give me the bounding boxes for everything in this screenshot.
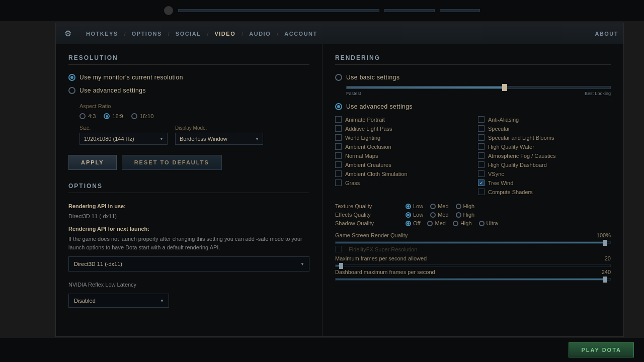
cb-atmospheric-fog-box[interactable] [478, 152, 485, 159]
cb-ambient-cloth-box[interactable] [335, 170, 342, 177]
resolution-label-1: Use my monitor's current resolution [79, 74, 183, 81]
cb-specular-light-blooms[interactable]: Specular and Light Blooms [478, 134, 611, 141]
effects-med[interactable]: Med [430, 212, 448, 218]
shadow-med-radio[interactable] [427, 221, 433, 226]
cb-grass[interactable]: Grass [335, 179, 468, 186]
resolution-radio-1[interactable] [68, 74, 75, 81]
shadow-ultra-radio[interactable] [479, 221, 485, 226]
cb-specular-light-blooms-box[interactable] [478, 134, 485, 141]
max-frames-slider-track[interactable] [335, 264, 611, 267]
basic-slider-track[interactable] [346, 86, 611, 89]
basic-slider-handle[interactable] [502, 84, 507, 91]
cb-high-quality-dashboard[interactable]: High Quality Dashboard [478, 161, 611, 168]
texture-low-radio[interactable] [406, 204, 411, 209]
play-button[interactable]: PLAY DOTA [569, 342, 634, 357]
size-group: Size: 1920x1080 (144 Hz) [79, 125, 168, 145]
cb-animate-portrait[interactable]: Animate Portrait [335, 116, 468, 123]
cb-world-lighting-box[interactable] [335, 134, 342, 141]
cb-additive-light[interactable]: Additive Light Pass [335, 125, 468, 132]
game-screen-slider-handle[interactable] [603, 240, 607, 246]
top-bar [0, 0, 644, 21]
rendering-advanced-radio[interactable] [335, 103, 342, 110]
effects-high-radio[interactable] [456, 212, 461, 218]
effects-low-radio[interactable] [406, 212, 411, 218]
cb-specular-box[interactable] [478, 125, 485, 132]
cb-world-lighting[interactable]: World Lighting [335, 134, 468, 141]
aspect-16-9[interactable]: 16:9 [104, 113, 123, 119]
cb-compute-shaders-box[interactable] [478, 189, 485, 195]
resolution-option-2[interactable]: Use advanced settings [68, 87, 309, 94]
aspect-radio-2[interactable] [104, 113, 110, 119]
cb-high-quality-dashboard-box[interactable] [478, 161, 485, 168]
cb-specular[interactable]: Specular [478, 125, 611, 132]
cb-normal-maps-box[interactable] [335, 152, 342, 159]
aspect-radio-1[interactable] [79, 113, 86, 119]
cb-tree-wind-box[interactable] [478, 179, 485, 186]
cb-vsync-label: VSync [488, 171, 504, 177]
cb-high-quality-water[interactable]: High Quality Water [478, 143, 611, 150]
nav-options[interactable]: OPTIONS [126, 31, 168, 37]
aspect-radio-3[interactable] [131, 113, 137, 119]
rendering-api-select[interactable]: Direct3D 11 (-dx11) Vulkan OpenGL [68, 256, 309, 272]
cb-compute-shaders[interactable]: Compute Shaders [478, 189, 611, 195]
shadow-quality-label: Shadow Quality [335, 220, 400, 226]
shadow-high-radio[interactable] [453, 221, 458, 226]
texture-high-radio[interactable] [456, 204, 461, 209]
resolution-option-1[interactable]: Use my monitor's current resolution [68, 74, 309, 81]
shadow-high[interactable]: High [453, 220, 472, 226]
nav-social[interactable]: SOCIAL [170, 31, 207, 37]
cb-atmospheric-fog[interactable]: Atmospheric Fog / Caustics [478, 152, 611, 159]
cb-ambient-creatures-box[interactable] [335, 161, 342, 168]
effects-quality-label: Effects Quality [335, 212, 400, 218]
checkboxes-grid: Animate Portrait Anti-Aliasing Additive … [335, 116, 611, 195]
nav-video[interactable]: VIDEO [208, 31, 242, 37]
cb-animate-portrait-box[interactable] [335, 116, 342, 123]
fidelity-checkbox[interactable] [335, 246, 342, 252]
max-frames-slider-handle[interactable] [339, 263, 343, 269]
cb-ambient-cloth[interactable]: Ambient Cloth Simulation [335, 170, 468, 177]
effects-high[interactable]: High [456, 212, 475, 218]
aspect-4-3[interactable]: 4:3 [79, 113, 96, 119]
cb-tree-wind[interactable]: Tree Wind [478, 179, 611, 186]
cb-grass-label: Grass [345, 180, 360, 186]
nav-hotkeys[interactable]: HOTKEYS [80, 31, 124, 37]
texture-high[interactable]: High [456, 203, 475, 209]
cb-anti-aliasing[interactable]: Anti-Aliasing [478, 116, 611, 123]
nav-audio[interactable]: AUDIO [243, 31, 277, 37]
rendering-basic-radio[interactable] [335, 74, 342, 81]
cb-vsync-box[interactable] [478, 170, 485, 177]
shadow-med[interactable]: Med [427, 220, 445, 226]
reset-button[interactable]: RESET TO DEFAULTS [122, 155, 222, 170]
apply-button[interactable]: APPLY [68, 155, 117, 170]
nav-account[interactable]: ACCOUNT [278, 31, 324, 37]
cb-grass-box[interactable] [335, 179, 342, 186]
cb-high-quality-water-box[interactable] [478, 143, 485, 150]
cb-normal-maps[interactable]: Normal Maps [335, 152, 468, 159]
display-mode-select[interactable]: Borderless Window [175, 133, 263, 145]
cb-ambient-occlusion-box[interactable] [335, 143, 342, 150]
dashboard-frames-slider-handle[interactable] [603, 277, 607, 283]
shadow-ultra[interactable]: Ultra [479, 220, 498, 226]
cb-ambient-occlusion[interactable]: Ambient Occlusion [335, 143, 468, 150]
dashboard-frames-slider-track[interactable] [335, 278, 611, 281]
effects-low[interactable]: Low [406, 212, 423, 218]
nav-about[interactable]: ABOUT [595, 31, 618, 37]
resolution-radio-2[interactable] [68, 87, 75, 94]
cb-ambient-creatures[interactable]: Ambient Creatures [335, 161, 468, 168]
cb-anti-aliasing-box[interactable] [478, 116, 485, 123]
gear-icon[interactable]: ⚙ [61, 27, 75, 41]
shadow-off[interactable]: Off [406, 220, 420, 226]
effects-med-radio[interactable] [430, 212, 436, 218]
texture-med-radio[interactable] [430, 204, 436, 209]
rendering-basic-option[interactable]: Use basic settings [335, 74, 611, 81]
shadow-off-radio[interactable] [406, 221, 411, 226]
texture-low[interactable]: Low [406, 203, 423, 209]
cb-additive-light-box[interactable] [335, 125, 342, 132]
game-screen-slider-track[interactable] [335, 241, 611, 244]
rendering-advanced-option[interactable]: Use advanced settings [335, 103, 611, 110]
texture-med[interactable]: Med [430, 203, 448, 209]
size-select[interactable]: 1920x1080 (144 Hz) [79, 133, 168, 145]
cb-vsync[interactable]: VSync [478, 170, 611, 177]
nvidia-select[interactable]: Disabled Enabled Enabled + Boost [68, 294, 169, 308]
aspect-16-10[interactable]: 16:10 [131, 113, 154, 119]
